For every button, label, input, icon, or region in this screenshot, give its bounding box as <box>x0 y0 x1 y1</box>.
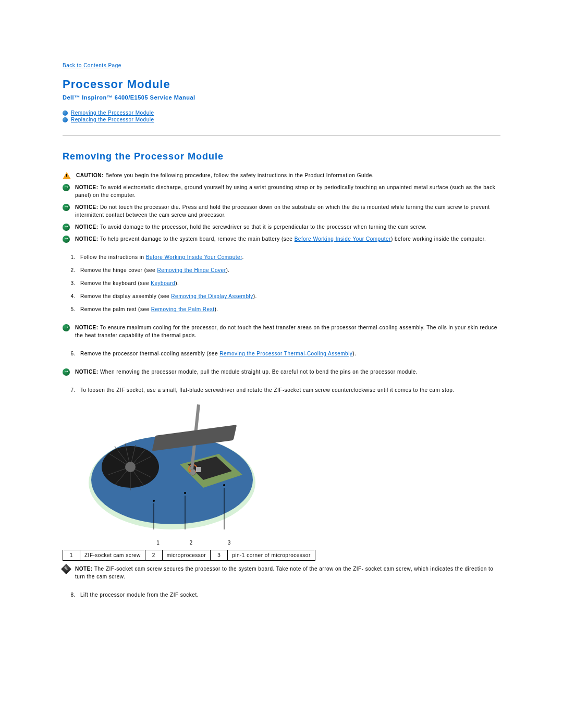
svg-point-26 <box>184 492 186 494</box>
hinge-cover-link[interactable]: Removing the Hinge Cover <box>157 267 226 273</box>
legend-num: 2 <box>145 550 162 561</box>
divider <box>63 135 500 135</box>
step-item: Remove the display assembly (see Removin… <box>77 292 500 300</box>
notice-row: NOTICE: To avoid electrostatic discharge… <box>63 183 500 199</box>
note-icon <box>61 564 71 574</box>
notice-text: NOTICE: To help prevent damage to the sy… <box>75 235 500 243</box>
notice-icon <box>63 236 70 243</box>
note-label: NOTE: <box>75 566 94 572</box>
notice-row: NOTICE: To avoid damage to the processor… <box>63 223 500 231</box>
callout-3: 3 <box>209 540 250 546</box>
notice-row: NOTICE: Do not touch the processor die. … <box>63 203 500 219</box>
step-text: . <box>242 254 243 260</box>
note-row: NOTE: The ZIF-socket cam screw secures t… <box>63 565 500 581</box>
toc-link-removing[interactable]: Removing the Processor Module <box>71 110 154 116</box>
steps-list: To loosen the ZIF socket, use a small, f… <box>63 386 500 394</box>
notice-label: NOTICE: <box>75 325 100 330</box>
processor-svg <box>83 404 261 535</box>
notice-text: NOTICE: When removing the processor modu… <box>75 368 500 376</box>
step-text: Remove the processor thermal-cooling ass… <box>80 351 219 356</box>
svg-point-27 <box>223 484 225 486</box>
table-row: 1 ZIF-socket cam screw 2 microprocessor … <box>63 550 315 561</box>
section-heading: Removing the Processor Module <box>63 151 500 162</box>
thermal-cooling-link[interactable]: Removing the Processor Thermal-Cooling A… <box>219 351 352 356</box>
step-text: Lift the processor module from the ZIF s… <box>80 592 199 598</box>
step-item: Lift the processor module from the ZIF s… <box>77 591 500 599</box>
legend-table: 1 ZIF-socket cam screw 2 microprocessor … <box>63 550 315 561</box>
step-text: ). <box>214 306 218 312</box>
page-container: Back to Contents Page Processor Module D… <box>0 0 563 630</box>
callout-1: 1 <box>142 540 174 546</box>
callout-2: 2 <box>176 540 207 546</box>
step-text: Remove the display assembly (see <box>80 293 171 299</box>
toc-item: Replacing the Processor Module <box>63 117 500 122</box>
step-item: Remove the keyboard (see Keyboard). <box>77 279 500 287</box>
notice-label: NOTICE: <box>75 184 100 190</box>
notice-row: NOTICE: To help prevent damage to the sy… <box>63 235 500 243</box>
notice-row: NOTICE: To ensure maximum cooling for th… <box>63 324 500 339</box>
step-text: ). <box>226 267 229 273</box>
caution-body: Before you begin the following procedure… <box>105 172 374 178</box>
notice-text: NOTICE: To avoid damage to the processor… <box>75 223 500 231</box>
step-text: To loosen the ZIF socket, use a small, f… <box>80 387 455 393</box>
svg-rect-20 <box>196 467 201 472</box>
note-text: NOTE: The ZIF-socket cam screw secures t… <box>75 565 500 581</box>
caution-label: CAUTION: <box>76 172 105 178</box>
notice-label: NOTICE: <box>75 224 100 230</box>
step-item: Remove the processor thermal-cooling ass… <box>77 350 500 357</box>
caution-row: CAUTION: Before you begin the following … <box>63 171 500 179</box>
notice-label: NOTICE: <box>75 369 100 375</box>
notice-body: To avoid electrostatic discharge, ground… <box>75 184 495 198</box>
step-text: ). <box>175 280 179 286</box>
notice-body: To avoid damage to the processor, hold t… <box>100 224 427 230</box>
steps-list: Remove the processor thermal-cooling ass… <box>63 350 500 357</box>
notice-row: NOTICE: When removing the processor modu… <box>63 368 500 376</box>
legend-text: pin-1 corner of microprocessor <box>228 550 315 561</box>
step-text: ). <box>253 293 257 299</box>
processor-figure <box>83 404 500 535</box>
step-text: Follow the instructions in <box>80 254 146 260</box>
step-item: To loosen the ZIF socket, use a small, f… <box>77 386 500 394</box>
notice-body: When removing the processor module, pull… <box>100 369 418 375</box>
step-item: Follow the instructions in Before Workin… <box>77 253 500 261</box>
step-text: ). <box>352 351 356 356</box>
svg-point-17 <box>190 469 196 475</box>
svg-point-25 <box>153 500 155 502</box>
legend-text: microprocessor <box>162 550 210 561</box>
notice-text: NOTICE: To avoid electrostatic discharge… <box>75 183 500 199</box>
display-assembly-link[interactable]: Removing the Display Assembly <box>171 293 253 299</box>
before-working-link[interactable]: Before Working Inside Your Computer <box>295 236 391 242</box>
back-to-contents-link[interactable]: Back to Contents Page <box>63 63 121 68</box>
notice-body: To ensure maximum cooling for the proces… <box>75 325 497 338</box>
bullet-icon <box>63 117 68 122</box>
notice-body: Do not touch the processor die. Press an… <box>75 204 490 218</box>
notice-label: NOTICE: <box>75 204 100 210</box>
toc-link-replacing[interactable]: Replacing the Processor Module <box>71 117 154 122</box>
caution-icon <box>63 172 71 179</box>
before-working-link[interactable]: Before Working Inside Your Computer <box>146 254 242 260</box>
step-text: Remove the keyboard (see <box>80 280 151 286</box>
legend-num: 1 <box>63 550 80 561</box>
notice-icon <box>63 224 70 231</box>
step-item: Remove the hinge cover (see Removing the… <box>77 266 500 274</box>
legend-num: 3 <box>211 550 228 561</box>
manual-subtitle: Dell™ Inspiron™ 6400/E1505 Service Manua… <box>63 94 500 101</box>
notice-body-b: ) before working inside the computer. <box>391 236 486 242</box>
notice-text: NOTICE: Do not touch the processor die. … <box>75 203 500 219</box>
notice-icon <box>63 204 70 211</box>
step-text: Remove the palm rest (see <box>80 306 151 312</box>
toc-item: Removing the Processor Module <box>63 110 500 116</box>
notice-icon <box>63 184 70 191</box>
notice-body-a: To help prevent damage to the system boa… <box>100 236 295 242</box>
notice-label: NOTICE: <box>75 236 100 242</box>
steps-list: Follow the instructions in Before Workin… <box>63 253 500 313</box>
figure-callouts: 1 2 3 <box>83 540 500 546</box>
caution-text: CAUTION: Before you begin the following … <box>76 171 500 179</box>
step-text: Remove the hinge cover (see <box>80 267 157 273</box>
notice-icon <box>63 368 70 376</box>
steps-list: Lift the processor module from the ZIF s… <box>63 591 500 599</box>
palm-rest-link[interactable]: Removing the Palm Rest <box>151 306 215 312</box>
keyboard-link[interactable]: Keyboard <box>151 280 175 286</box>
notice-text: NOTICE: To ensure maximum cooling for th… <box>75 324 500 339</box>
notice-icon <box>63 324 70 331</box>
